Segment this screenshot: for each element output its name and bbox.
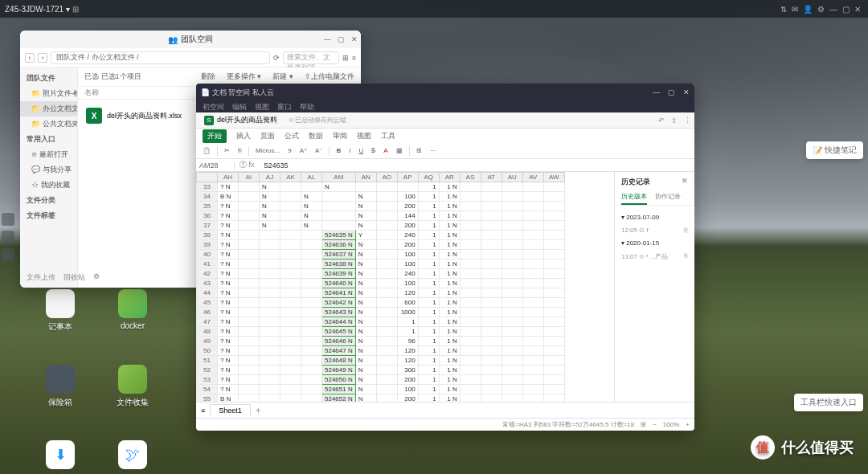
zoom-out-icon[interactable]: −: [653, 421, 657, 428]
sheet-tab[interactable]: Sheet1: [210, 404, 251, 416]
apps-icon[interactable]: ⊞: [72, 5, 79, 14]
menu-item[interactable]: 窗口: [277, 102, 292, 112]
tab-view[interactable]: 视图: [357, 131, 371, 141]
document-tab[interactable]: S del开头的商品资料: [199, 115, 282, 125]
delete-button[interactable]: 删除: [201, 72, 215, 82]
fm-titlebar[interactable]: 👥团队空间 —▢✕: [20, 31, 361, 48]
restore-icon[interactable]: ⎘: [684, 227, 688, 234]
more-icon[interactable]: ⋯: [428, 147, 438, 154]
tab-history[interactable]: 历史版本: [621, 192, 647, 205]
desktop-icon-notes[interactable]: 记事本: [40, 289, 80, 333]
desktop-icon-xunlei[interactable]: 🕊迅雷: [113, 440, 153, 474]
add-sheet-icon[interactable]: +: [256, 405, 261, 416]
fm-close-icon[interactable]: ✕: [351, 35, 358, 43]
history-date[interactable]: ▾ 2020-01-15: [621, 239, 688, 247]
paste-icon[interactable]: 📋: [201, 147, 212, 154]
sidebar-item-recent[interactable]: ⊙ 最新打开: [20, 147, 77, 162]
settings-icon[interactable]: ⚙: [817, 5, 825, 14]
fm-min-icon[interactable]: —: [324, 35, 331, 43]
border-icon[interactable]: ⊞: [415, 147, 424, 154]
menu-icon[interactable]: ≡: [201, 407, 205, 415]
close-icon[interactable]: ✕: [854, 5, 861, 14]
user-icon[interactable]: 👤: [803, 5, 813, 14]
maximize-icon[interactable]: ▢: [842, 5, 850, 14]
dec-icon[interactable]: A⁻: [313, 147, 324, 154]
new-button[interactable]: 新建 ▾: [272, 72, 293, 82]
inc-icon[interactable]: A⁺: [298, 147, 309, 154]
sidebar-item-public[interactable]: 📁 公共文档夹: [20, 116, 77, 132]
desktop-icon-filecollect[interactable]: 文件收集: [113, 365, 153, 408]
sidebar-item-office[interactable]: 📁 办公文档文件: [20, 101, 77, 116]
fill-icon[interactable]: ▦: [395, 147, 404, 154]
zoom-in-icon[interactable]: +: [686, 421, 690, 428]
menu-item[interactable]: 初空间: [203, 102, 224, 112]
dock-item[interactable]: [2, 248, 14, 261]
more-icon[interactable]: ⋮: [684, 116, 691, 125]
sidebar-item-photos[interactable]: 📁 照片文件-检测注: [20, 86, 77, 101]
desktop-icon-download[interactable]: ⬇下载: [40, 440, 80, 474]
mail-icon[interactable]: ✉: [792, 5, 798, 14]
host-name[interactable]: Z45-3JDW-1721 ▾: [5, 5, 70, 14]
filter-icon[interactable]: ⊞: [342, 54, 349, 62]
size-select[interactable]: 9: [286, 147, 293, 154]
settings-icon[interactable]: ⚙: [93, 272, 100, 283]
undo-icon[interactable]: ↶: [658, 116, 665, 125]
view-icon[interactable]: ≡: [352, 54, 356, 62]
tab-data[interactable]: 数据: [309, 131, 323, 141]
cut-icon[interactable]: ✂: [223, 147, 231, 154]
sidebar-item-fav[interactable]: ☆ 我的收藏: [20, 178, 77, 193]
tab-insert[interactable]: 插入: [236, 131, 251, 141]
sync-icon[interactable]: ⇅: [780, 5, 787, 14]
menu-item[interactable]: 视图: [255, 102, 269, 112]
forward-button[interactable]: ›: [38, 53, 47, 63]
underline-icon[interactable]: U: [357, 147, 365, 154]
ss-min-icon[interactable]: —: [653, 88, 660, 96]
history-entry[interactable]: 12:05 ⊙ f⎘: [621, 224, 688, 236]
copy-icon[interactable]: ⎘: [236, 147, 244, 154]
toolbox-button[interactable]: 工具栏快速入口: [794, 394, 863, 411]
font-select[interactable]: Micros...: [254, 147, 281, 154]
spreadsheet-grid[interactable]: AHAIAJAKALAMANAOAPAQARASATAUAVAW33? NNN1…: [196, 172, 614, 402]
tab-page[interactable]: 页面: [260, 131, 275, 141]
close-panel-icon[interactable]: ✕: [682, 177, 688, 187]
fm-max-icon[interactable]: ▢: [338, 35, 345, 43]
sidebar-item-shared[interactable]: 💬 与我分享: [20, 162, 77, 178]
ss-close-icon[interactable]: ✕: [683, 88, 690, 96]
history-entry[interactable]: 13:07 ⊙ * ...产品⎘: [621, 250, 688, 264]
tab-start[interactable]: 开始: [203, 129, 227, 143]
back-button[interactable]: ‹: [25, 53, 35, 63]
menu-item[interactable]: 编辑: [232, 102, 247, 112]
dock-item[interactable]: [2, 213, 14, 226]
view-icon[interactable]: ⊞: [641, 421, 646, 428]
quick-notes-button[interactable]: 📝 快捷笔记: [806, 141, 863, 159]
menu-item[interactable]: 帮助: [300, 102, 314, 112]
path-field[interactable]: 团队文件 / 办公文档文件 /: [51, 51, 270, 64]
strike-icon[interactable]: S̶: [370, 147, 377, 154]
tab-review[interactable]: 审阅: [333, 131, 347, 141]
history-date[interactable]: ▾ 2023-07-09: [621, 214, 688, 221]
restore-icon[interactable]: ⎘: [684, 252, 688, 261]
desktop-icon-safe[interactable]: 保险箱: [40, 365, 80, 408]
tab-formula[interactable]: 公式: [285, 131, 299, 141]
tab-collab[interactable]: 协作记录: [655, 192, 681, 205]
team-icon: 👥: [168, 35, 178, 44]
formula-field[interactable]: 524635: [260, 161, 293, 170]
upload-button[interactable]: ⇧上传电脑文件: [305, 72, 354, 82]
dock-item[interactable]: [2, 231, 14, 243]
italic-icon[interactable]: I: [347, 147, 352, 154]
bold-icon[interactable]: B: [334, 147, 342, 154]
name-box[interactable]: AM28: [196, 161, 235, 170]
desktop-icon-docker[interactable]: docker: [113, 289, 153, 333]
refresh-icon[interactable]: ⟳: [273, 54, 280, 62]
ss-max-icon[interactable]: ▢: [668, 88, 675, 96]
tab-tools[interactable]: 工具: [381, 131, 395, 141]
ss-titlebar[interactable]: 📄 文档 暂空间 私人云 —▢✕: [196, 84, 694, 101]
color-icon[interactable]: A: [382, 147, 389, 154]
share-icon[interactable]: ⇪: [671, 116, 678, 125]
fx-icon[interactable]: ⓕ fx: [235, 160, 260, 170]
trash-link[interactable]: 回收站: [63, 272, 85, 283]
more-button[interactable]: 更多操作 ▾: [227, 72, 262, 82]
transfer-link[interactable]: 文件上传: [27, 272, 55, 283]
search-input[interactable]: 搜索文件、文件类别等: [283, 51, 339, 64]
minimize-icon[interactable]: —: [829, 5, 837, 14]
